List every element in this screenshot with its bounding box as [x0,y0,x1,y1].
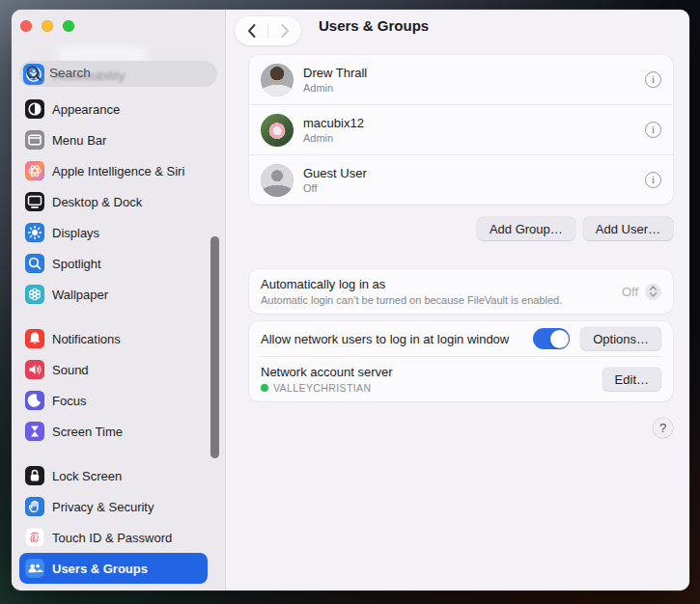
network-server-label: Network account server [261,365,602,379]
back-button[interactable] [235,16,267,45]
avatar [261,114,294,147]
search-icon [24,64,44,84]
network-login-toggle[interactable] [533,328,570,349]
info-icon[interactable] [645,122,661,138]
zoom-button[interactable] [63,20,74,32]
forward-button[interactable] [268,16,301,45]
user-role: Admin [303,132,645,144]
auto-login-row: Automatically log in as Automatic login … [249,269,673,314]
apple-intelligence-icon [25,161,44,180]
sidebar-item-label: Notifications [52,332,121,346]
page-title: Users & Groups [319,17,429,34]
help-button[interactable]: ? [653,418,673,438]
sidebar-nav: AppearanceMenu BarApple Intelligence & S… [19,94,217,584]
sidebar-item-label: Focus [52,394,86,408]
user-role: Off [303,182,645,194]
sidebar-item-touch-id-password[interactable]: Touch ID & Password [19,522,208,553]
sidebar-item-desktop-dock[interactable]: Desktop & Dock [19,186,208,217]
user-name: macubix12 [303,116,645,130]
sidebar-item-lock-screen[interactable]: Lock Screen [19,460,208,491]
sound-icon [25,360,44,379]
system-settings-window: Accessibility Search AppearanceMenu BarA… [12,10,689,590]
minimize-button[interactable] [42,20,53,32]
sidebar-item-privacy-security[interactable]: Privacy & Security [19,491,208,522]
sidebar-item-label: Touch ID & Password [52,531,172,545]
panel-header: Users & Groups [226,10,689,54]
sidebar-item-apple-intelligence-siri[interactable]: Apple Intelligence & Siri [19,155,208,186]
server-name: VALLEYCHRISTIAN [273,382,372,394]
lock-screen-icon [25,466,44,485]
touch-id-icon [25,528,44,547]
auto-login-label: Automatically log in as [261,277,622,291]
sidebar-item-sound[interactable]: Sound [19,354,208,385]
user-row-macubix12[interactable]: macubix12Admin [249,104,673,154]
sidebar-item-label: Displays [52,226,99,240]
avatar [261,64,294,96]
search-placeholder: Search [49,66,91,80]
desktop-dock-icon [25,192,44,211]
sidebar-item-spotlight[interactable]: Spotlight [19,248,208,279]
user-list-card: Drew ThrallAdminmacubix12AdminGuest User… [249,55,673,205]
menu-bar-icon [25,130,44,150]
sidebar-item-label: Users & Groups [52,562,148,576]
traffic-lights [20,20,74,32]
sidebar-item-wallpaper[interactable]: Wallpaper [19,279,208,310]
user-name: Drew Thrall [303,66,645,80]
info-icon[interactable] [645,172,661,188]
sidebar-item-menu-bar[interactable]: Menu Bar [19,124,208,155]
avatar [261,164,294,197]
sidebar-item-label: Apple Intelligence & Siri [52,164,184,178]
sidebar-group: Lock ScreenPrivacy & SecurityTouch ID & … [19,460,217,584]
sidebar-item-label: Screen Time [52,425,123,439]
notifications-icon [25,329,44,348]
server-status-icon [261,384,268,392]
focus-icon [25,391,44,410]
sidebar-item-users-groups[interactable]: Users & Groups [19,553,208,584]
screen-time-icon [25,422,44,441]
user-name: Guest User [303,166,645,180]
sidebar-item-label: Privacy & Security [52,500,154,514]
history-nav [235,16,301,45]
sidebar-item-label: Sound [52,363,89,377]
sidebar-item-label: Lock Screen [52,469,122,483]
user-role: Admin [303,82,645,94]
sidebar-item-notifications[interactable]: Notifications [19,323,208,354]
add-user-button[interactable]: Add User… [583,217,673,240]
add-buttons-row: Add Group… Add User… [249,217,673,240]
sidebar: Accessibility Search AppearanceMenu BarA… [12,10,226,590]
auto-login-description: Automatic login can’t be turned on becau… [261,294,622,306]
users-groups-icon [25,559,44,578]
sidebar-item-label: Spotlight [52,257,101,271]
sidebar-scrollbar[interactable] [210,236,219,458]
options-button[interactable]: Options… [580,327,661,350]
help-row: ? [249,418,673,438]
auto-login-card: Automatically log in as Automatic login … [249,269,673,314]
sidebar-group: AppearanceMenu BarApple Intelligence & S… [19,94,217,310]
sidebar-item-focus[interactable]: Focus [19,385,208,416]
spotlight-icon [25,254,44,273]
auto-login-stepper[interactable] [645,284,661,300]
network-login-label: Allow network users to log in at login w… [261,332,533,346]
wallpaper-icon [25,285,44,304]
sidebar-item-displays[interactable]: Displays [19,217,208,248]
network-card: Allow network users to log in at login w… [249,321,673,401]
sidebar-item-label: Desktop & Dock [52,195,142,209]
user-row-drew-thrall[interactable]: Drew ThrallAdmin [249,55,673,104]
info-icon[interactable] [645,71,661,88]
search-input[interactable]: Accessibility Search [19,61,217,87]
privacy-icon [25,497,44,516]
sidebar-item-screen-time[interactable]: Screen Time [19,416,208,447]
close-button[interactable] [20,20,32,32]
network-login-row: Allow network users to log in at login w… [249,321,673,356]
add-group-button[interactable]: Add Group… [477,217,575,240]
sidebar-item-label: Appearance [52,102,120,117]
toggle-knob [550,330,569,348]
sidebar-item-label: Menu Bar [52,133,106,148]
network-server-row: Network account server VALLEYCHRISTIAN E… [249,357,673,401]
auto-login-value: Off [622,285,638,299]
sidebar-item-appearance[interactable]: Appearance [19,94,208,124]
sidebar-item-label: Wallpaper [52,288,108,302]
edit-button[interactable]: Edit… [602,368,661,391]
user-row-guest-user[interactable]: Guest UserOff [249,154,673,205]
appearance-icon [25,99,44,119]
